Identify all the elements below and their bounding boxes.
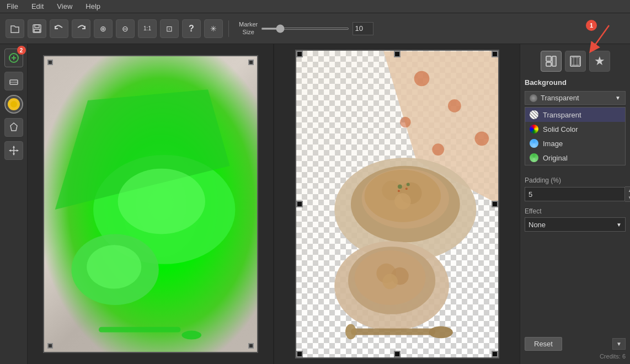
preview-canvas-pane (274, 44, 520, 364)
handle-b[interactable] (394, 351, 401, 357)
bg-original-icon (530, 153, 538, 162)
save-button[interactable] (28, 19, 46, 38)
padding-section: Padding (%) ▲ ▼ (525, 176, 626, 202)
original-canvas-pane (28, 44, 273, 364)
handle-br[interactable] (492, 351, 498, 357)
bg-option-solid[interactable]: Solid Color (525, 122, 625, 136)
svg-marker-16 (17, 149, 19, 152)
bg-image-label: Image (543, 140, 563, 148)
magic-button[interactable]: ✳ (204, 19, 223, 38)
padding-spinner: ▲ ▼ (625, 186, 630, 202)
padding-input-row: ▲ ▼ (525, 186, 626, 202)
padding-increment[interactable]: ▲ (625, 187, 630, 194)
bottom-bar: Reset ▼ Credits: 6 (525, 337, 626, 360)
effect-value: None (528, 221, 546, 229)
handle-tr[interactable] (492, 51, 498, 57)
svg-marker-14 (13, 153, 15, 156)
svg-rect-55 (546, 62, 551, 66)
background-dropdown: Transparent Solid Color Image Original (525, 107, 626, 165)
original-image-container (43, 55, 258, 353)
tab-adjust-button[interactable] (565, 51, 586, 72)
toolbar: ⊕ ⊖ 1:1 ⊡ ? ✳ Marker Size (0, 13, 630, 44)
menu-help[interactable]: Help (83, 1, 103, 12)
bg-image-icon (530, 139, 538, 148)
main-layout: 2 (0, 44, 630, 364)
preview-image-container (295, 50, 499, 358)
marker-size-input[interactable] (353, 22, 373, 35)
menu-edit[interactable]: Edit (29, 1, 46, 12)
right-panel-tabs: 1 ★ (525, 49, 626, 72)
reset-button[interactable]: Reset (525, 337, 562, 351)
color-picker-button[interactable] (4, 95, 23, 114)
svg-rect-58 (553, 57, 556, 66)
add-tool-button[interactable]: 2 (4, 49, 23, 67)
handle-br[interactable] (248, 343, 254, 349)
reset-row: Reset ▼ (525, 337, 626, 351)
bg-transparent-label: Transparent (543, 111, 581, 119)
bg-transparent-icon (530, 110, 538, 119)
bg-option-image[interactable]: Image (525, 136, 625, 151)
zoom-out-button[interactable]: ⊖ (116, 19, 135, 38)
svg-marker-13 (13, 146, 15, 148)
add-tool-badge: 2 (17, 46, 26, 55)
menu-bar: File Edit View Help (0, 0, 630, 13)
marker-size-group: Marker Size (239, 21, 373, 35)
handle-tl[interactable] (296, 51, 303, 57)
padding-decrement[interactable]: ▼ (625, 194, 630, 201)
left-tool-panel: 2 (0, 44, 28, 364)
svg-point-9 (10, 101, 17, 108)
bg-selected-label: Transparent (541, 94, 579, 102)
redo-button[interactable] (72, 19, 90, 38)
marker-size-slider[interactable] (261, 28, 349, 30)
zoom-fit-button[interactable]: ⊡ (160, 19, 179, 38)
move-tool-button[interactable] (4, 141, 23, 160)
svg-marker-15 (9, 149, 11, 152)
padding-label: Padding (%) (525, 176, 626, 184)
background-section-title: Background (525, 78, 626, 87)
handle-t[interactable] (394, 51, 401, 57)
svg-rect-57 (547, 57, 551, 61)
handle-tl[interactable] (47, 60, 53, 65)
effect-section: Effect None ▼ (525, 207, 626, 232)
svg-rect-1 (35, 25, 39, 28)
help-button[interactable]: ? (182, 19, 201, 38)
background-dropdown-button[interactable]: Transparent ▼ (525, 91, 626, 105)
dropdown-arrow-reset[interactable]: ▼ (612, 338, 626, 350)
menu-file[interactable]: File (4, 1, 20, 12)
handle-tr[interactable] (248, 60, 254, 65)
svg-marker-10 (10, 123, 17, 131)
tab-layers-button[interactable] (541, 51, 562, 72)
padding-input[interactable] (525, 187, 625, 201)
eraser-tool-button[interactable] (4, 72, 23, 90)
green-overlay (44, 56, 257, 352)
zoom-in-button[interactable]: ⊕ (94, 19, 113, 38)
effect-dropdown-arrow: ▼ (616, 222, 622, 228)
right-panel: 1 ★ Background (520, 44, 630, 364)
effect-dropdown[interactable]: None ▼ (525, 217, 626, 232)
bg-selected-icon (530, 94, 537, 102)
credits-display: Credits: 6 (525, 353, 626, 360)
zoom-100-button[interactable]: 1:1 (138, 19, 157, 38)
bg-solid-icon (530, 125, 538, 133)
preview-bg-overlay (296, 51, 498, 357)
svg-rect-60 (572, 57, 579, 65)
open-file-button[interactable] (6, 19, 24, 38)
tab-star-button[interactable]: ★ (589, 51, 610, 72)
bg-option-original[interactable]: Original (525, 151, 625, 165)
marker-size-label: Marker Size (239, 21, 258, 35)
bg-dropdown-arrow: ▼ (615, 95, 621, 101)
handle-l[interactable] (296, 201, 303, 207)
handle-bl[interactable] (296, 351, 303, 357)
undo-button[interactable] (50, 19, 68, 38)
toolbar-separator (228, 20, 229, 37)
handle-r[interactable] (492, 201, 498, 207)
menu-view[interactable]: View (55, 1, 74, 12)
canvas-area (28, 44, 520, 364)
annotation-badge-1: 1 (586, 20, 597, 31)
bg-option-transparent[interactable]: Transparent (525, 108, 625, 122)
svg-rect-2 (34, 29, 40, 32)
bg-original-label: Original (543, 154, 568, 162)
handle-bl[interactable] (47, 343, 53, 349)
brush-tool-button[interactable] (4, 118, 23, 137)
effect-label: Effect (525, 207, 626, 215)
